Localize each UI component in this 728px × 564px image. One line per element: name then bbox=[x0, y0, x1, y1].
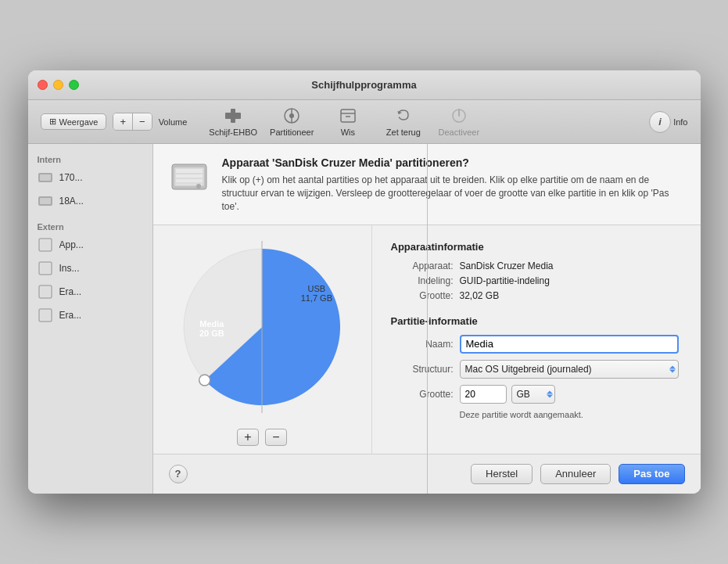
pas-toe-button[interactable]: Pas toe bbox=[619, 464, 684, 484]
partitioneer-label: Partitioneer bbox=[270, 128, 314, 137]
sidebar-item-extern-ins-label: Ins... bbox=[59, 263, 80, 274]
svg-rect-5 bbox=[341, 110, 355, 122]
dialog-footer: ? Herstel Annuleer Pas toe bbox=[153, 454, 701, 494]
size-unit-select[interactable]: GB MB TB bbox=[511, 385, 555, 404]
svg-rect-17 bbox=[41, 264, 50, 273]
svg-rect-21 bbox=[41, 311, 50, 320]
svg-point-4 bbox=[289, 113, 294, 118]
info-icon: i bbox=[658, 116, 662, 128]
volume-label: Volume bbox=[159, 117, 188, 127]
close-button[interactable] bbox=[38, 80, 48, 90]
svg-point-28 bbox=[196, 184, 201, 189]
zet-terug-icon bbox=[393, 106, 414, 125]
view-label: Weergave bbox=[59, 117, 99, 127]
apparaat-row: Apparaat: SanDisk Cruzer Media bbox=[391, 260, 682, 271]
herstel-button[interactable]: Herstel bbox=[471, 464, 533, 484]
grootte-label: Grootte: bbox=[391, 389, 454, 400]
tool-partitioneer[interactable]: Partitioneer bbox=[270, 106, 314, 137]
pie-chart: Media 20 GB USB 11,7 GB bbox=[176, 241, 348, 413]
naam-input[interactable] bbox=[460, 335, 679, 354]
structuur-label: Structuur: bbox=[391, 364, 454, 375]
svg-rect-13 bbox=[40, 198, 51, 204]
tool-zet-terug[interactable]: Zet terug bbox=[382, 106, 425, 137]
sidebar-item-intern-1[interactable]: 170... bbox=[28, 166, 152, 189]
wis-label: Wis bbox=[341, 128, 355, 137]
indeling-row: Indeling: GUID-partitie-indeling bbox=[391, 275, 682, 286]
device-grootte-label: Grootte: bbox=[391, 290, 454, 301]
disk-icon-extern-ins bbox=[38, 260, 53, 276]
sidebar-item-extern-app[interactable]: App... bbox=[28, 233, 152, 257]
remove-partition-button[interactable]: − bbox=[265, 429, 287, 446]
dialog-description: Klik op (+) om het aantal partities op h… bbox=[222, 174, 685, 213]
toolbar-tools: Schijf-EHBO Partitioneer bbox=[209, 106, 646, 137]
sidebar-item-intern-1-label: 170... bbox=[59, 172, 83, 183]
naam-label: Naam: bbox=[391, 339, 454, 350]
usb-label: USB 11,7 GB bbox=[301, 284, 332, 303]
svg-rect-19 bbox=[41, 287, 50, 296]
titlebar: Schijfhulpprogramma bbox=[28, 70, 701, 100]
apparaat-label: Apparaat: bbox=[391, 260, 454, 271]
add-volume-button[interactable]: + bbox=[113, 113, 133, 130]
view-icon: ⊞ bbox=[49, 117, 56, 127]
remove-volume-button[interactable]: − bbox=[133, 113, 152, 130]
tool-deactiveer: Deactiveer bbox=[437, 106, 480, 137]
info-label: Info bbox=[673, 117, 687, 127]
usb-label-text: USB bbox=[301, 284, 332, 293]
structuur-select[interactable]: Mac OS Uitgebreid (journaled) Mac OS Uit… bbox=[460, 360, 679, 379]
media-label-text: Media bbox=[199, 319, 224, 329]
view-button[interactable]: ⊞ Weergave bbox=[41, 113, 107, 130]
toolbar-right: i Info bbox=[649, 111, 687, 133]
main-window: Schijfhulpprogramma ⊞ Weergave + − Volum… bbox=[28, 70, 701, 493]
disk-icon-intern-1 bbox=[38, 170, 53, 185]
indeling-value: GUID-partitie-indeling bbox=[460, 275, 550, 286]
grootte-input[interactable] bbox=[460, 385, 507, 404]
sidebar-item-extern-era2[interactable]: Era... bbox=[28, 304, 152, 327]
apparaat-value: SanDisk Cruzer Media bbox=[460, 260, 554, 271]
sidebar-item-extern-era1-label: Era... bbox=[59, 286, 82, 297]
info-panel: Apparaatinformatie Apparaat: SanDisk Cru… bbox=[372, 225, 701, 454]
pie-buttons: + − bbox=[237, 429, 287, 446]
sidebar-item-extern-era2-label: Era... bbox=[59, 310, 82, 321]
svg-rect-11 bbox=[40, 174, 51, 181]
maximize-button[interactable] bbox=[69, 80, 79, 90]
media-size-text: 20 GB bbox=[199, 329, 224, 338]
toolbar-left: ⊞ Weergave + − Volume bbox=[41, 113, 188, 131]
grootte-row: Grootte: GB MB TB bbox=[391, 385, 682, 404]
disk-icon-intern-2 bbox=[38, 193, 53, 209]
sidebar-item-extern-app-label: App... bbox=[59, 239, 84, 250]
help-button[interactable]: ? bbox=[169, 465, 188, 483]
sidebar-item-extern-ins[interactable]: Ins... bbox=[28, 257, 152, 280]
device-info-title: Apparaatinformatie bbox=[391, 241, 682, 253]
sidebar-item-extern-era1[interactable]: Era... bbox=[28, 280, 152, 304]
drag-handle-dot[interactable] bbox=[199, 375, 210, 386]
traffic-lights bbox=[38, 80, 79, 90]
partition-content: Media 20 GB USB 11,7 GB + − bbox=[153, 225, 701, 454]
device-grootte-row: Grootte: 32,02 GB bbox=[391, 290, 682, 301]
pie-area: Media 20 GB USB 11,7 GB + − bbox=[153, 225, 372, 454]
dialog-header: Apparaat 'SanDisk Cruzer Media' partitio… bbox=[153, 144, 701, 225]
sidebar-item-intern-2[interactable]: 18A... bbox=[28, 189, 152, 213]
main-content: Intern 170... 18A... Extern App... bbox=[28, 144, 701, 493]
deactiveer-icon bbox=[448, 106, 470, 125]
toolbar: ⊞ Weergave + − Volume Schijf-EHBO bbox=[28, 100, 701, 144]
tool-schijf-ehbo[interactable]: Schijf-EHBO bbox=[209, 106, 257, 137]
sidebar: Intern 170... 18A... Extern App... bbox=[28, 144, 153, 493]
annuleer-button[interactable]: Annuleer bbox=[540, 464, 611, 484]
tool-wis[interactable]: Wis bbox=[326, 106, 369, 137]
volume-controls: + − bbox=[113, 113, 152, 131]
deactiveer-label: Deactiveer bbox=[439, 128, 480, 137]
add-partition-button[interactable]: + bbox=[237, 429, 259, 446]
partition-note: Deze partitie wordt aangemaakt. bbox=[460, 410, 682, 419]
svg-rect-24 bbox=[176, 169, 203, 185]
info-button[interactable]: i bbox=[649, 111, 671, 133]
disk-icon-extern-era1 bbox=[38, 284, 53, 300]
device-grootte-value: 32,02 GB bbox=[460, 290, 500, 301]
partition-info-title: Partitie-informatie bbox=[391, 315, 682, 327]
indeling-label: Indeling: bbox=[391, 275, 454, 286]
dialog-area: Apparaat 'SanDisk Cruzer Media' partitio… bbox=[153, 144, 701, 493]
wis-icon bbox=[337, 106, 359, 125]
sidebar-intern-label: Intern bbox=[28, 152, 152, 166]
device-icon bbox=[169, 156, 210, 197]
zet-terug-label: Zet terug bbox=[386, 128, 421, 137]
minimize-button[interactable] bbox=[53, 80, 63, 90]
